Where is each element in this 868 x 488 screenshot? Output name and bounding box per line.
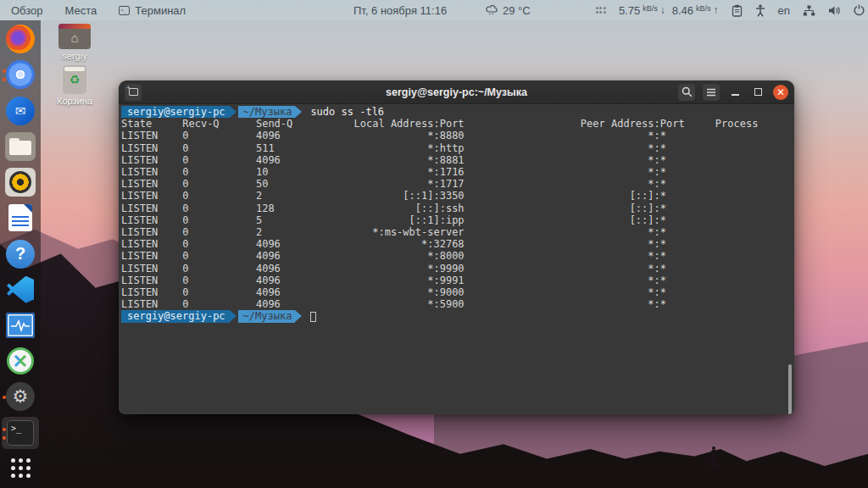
terminal-window: + sergiy@sergiy-pc:~/Музыка ✕ xyxy=(119,80,794,414)
thunderbird-icon: ✉ xyxy=(6,97,35,125)
minimize-button[interactable] xyxy=(727,85,743,100)
running-indicator xyxy=(3,428,6,431)
prompt-dir-segment: ~/Музыка xyxy=(238,310,296,322)
clock-menu[interactable]: Пт, 6 ноября 11:16 xyxy=(353,0,447,20)
desktop-icon-trash[interactable]: Корзина xyxy=(47,63,102,106)
search-icon xyxy=(682,86,693,97)
powerline-arrow xyxy=(230,106,236,118)
clipboard-icon[interactable] xyxy=(732,4,743,17)
close-button[interactable]: ✕ xyxy=(773,85,788,100)
places-menu[interactable]: Места xyxy=(54,0,108,20)
top-panel: Обзор Места >_ Терминал Пт, 6 ноября 11:… xyxy=(0,0,868,20)
wallpaper-hiker-silhouette xyxy=(709,446,719,470)
dock-item-settings[interactable]: ⚙ xyxy=(2,380,39,413)
activities-button[interactable]: Обзор xyxy=(0,0,54,20)
files-icon xyxy=(5,132,36,161)
weather-cloud-icon xyxy=(486,5,498,15)
trash-icon xyxy=(63,65,86,94)
window-titlebar[interactable]: + sergiy@sergiy-pc:~/Музыка ✕ xyxy=(119,80,794,104)
net-up-unit: kB/s xyxy=(696,4,711,13)
dock-item-vscode[interactable] xyxy=(2,274,39,306)
desktop-icon-home[interactable]: sergiy xyxy=(47,20,102,61)
remote-x-icon xyxy=(7,347,34,374)
chromium-icon xyxy=(6,60,35,89)
activities-label: Обзор xyxy=(11,4,43,17)
power-icon[interactable] xyxy=(854,4,865,16)
firefox-icon xyxy=(6,25,35,53)
clock-text: Пт, 6 ноября 11:16 xyxy=(353,4,447,17)
app-menu-label: Терминал xyxy=(135,4,186,17)
desktop-icon-label: Корзина xyxy=(57,96,92,106)
weather-indicator[interactable]: 29 °C xyxy=(486,0,531,20)
plus-icon: + xyxy=(126,85,131,92)
running-indicator xyxy=(3,436,6,440)
app-menu-terminal[interactable]: >_ Терминал xyxy=(108,0,197,20)
hamburger-icon xyxy=(706,88,716,97)
running-indicator xyxy=(3,78,6,81)
dock-item-libreoffice-writer[interactable] xyxy=(2,202,39,234)
writer-icon xyxy=(8,204,32,231)
dock-item-rhythmbox[interactable] xyxy=(2,166,39,198)
terminal-app-icon: >_ xyxy=(119,6,130,15)
maximize-icon xyxy=(754,88,762,96)
terminal-screen[interactable]: sergiy@sergiy-pc~/Музыкаsudo ss -tl6 Sta… xyxy=(119,104,794,414)
dock-item-chromium[interactable] xyxy=(2,58,39,91)
dock: ✉ ? ⚙ >_ xyxy=(0,20,41,488)
prompt-line-top: sergiy@sergiy-pc~/Музыкаsudo ss -tl6 xyxy=(121,106,794,118)
terminal-icon: >_ xyxy=(7,420,34,446)
powerline-arrow xyxy=(295,106,302,118)
dock-item-firefox[interactable] xyxy=(2,23,39,55)
maximize-button[interactable] xyxy=(750,85,765,100)
close-icon: ✕ xyxy=(776,87,785,97)
command-text: sudo ss -tl6 xyxy=(310,106,384,118)
powerline-arrow xyxy=(295,310,302,322)
scrollbar-thumb[interactable] xyxy=(788,364,792,414)
prompt-user-segment: sergiy@sergiy-pc xyxy=(121,310,230,322)
dock-item-terminal[interactable]: >_ xyxy=(2,417,39,449)
show-apps-icon xyxy=(11,458,31,478)
dock-item-remote-x[interactable] xyxy=(2,345,39,377)
down-arrow-icon: ↓ xyxy=(660,4,665,16)
net-down-unit: kB/s xyxy=(643,4,658,13)
prompt-line-bottom: sergiy@sergiy-pc~/Музыка xyxy=(121,310,794,322)
network-speed-indicator[interactable]: 5.75kB/s↓ 8.46kB/s↑ xyxy=(619,4,719,17)
minimize-icon xyxy=(732,94,739,96)
desktop-icon-label: sergiy xyxy=(62,51,86,61)
dock-item-files[interactable] xyxy=(2,130,39,163)
net-down-value: 5.75 xyxy=(619,4,640,17)
new-tab-button[interactable]: + xyxy=(125,84,142,101)
home-folder-icon xyxy=(58,24,91,49)
terminal-cursor xyxy=(310,312,316,322)
prompt-dir-segment: ~/Музыка xyxy=(238,106,296,118)
net-up-value: 8.46 xyxy=(672,4,693,17)
help-icon: ? xyxy=(6,240,35,269)
rhythmbox-icon xyxy=(5,168,36,197)
dock-item-thunderbird[interactable]: ✉ xyxy=(2,94,39,126)
volume-icon[interactable] xyxy=(828,5,841,16)
dock-item-system-monitor[interactable] xyxy=(2,309,39,341)
dock-item-help[interactable]: ? xyxy=(2,237,39,269)
weather-temp: 29 °C xyxy=(503,4,531,17)
up-arrow-icon: ↑ xyxy=(714,4,719,16)
network-icon[interactable] xyxy=(803,5,815,16)
gear-icon: ⚙ xyxy=(6,382,35,411)
accessibility-icon[interactable] xyxy=(755,4,765,17)
prompt-user-segment: sergiy@sergiy-pc xyxy=(121,106,230,118)
dock-item-show-apps[interactable] xyxy=(2,452,39,485)
search-button[interactable] xyxy=(678,84,695,101)
vscode-icon xyxy=(7,276,34,303)
terminal-table: State Recv-Q Send-Q Local Address:Port P… xyxy=(121,118,794,310)
menu-button[interactable] xyxy=(703,84,720,101)
keyboard-layout-indicator[interactable]: en xyxy=(778,4,790,17)
system-monitor-icon xyxy=(6,313,35,338)
system-load-icon[interactable] xyxy=(596,7,606,14)
places-label: Места xyxy=(65,4,97,17)
powerline-arrow xyxy=(230,310,236,322)
